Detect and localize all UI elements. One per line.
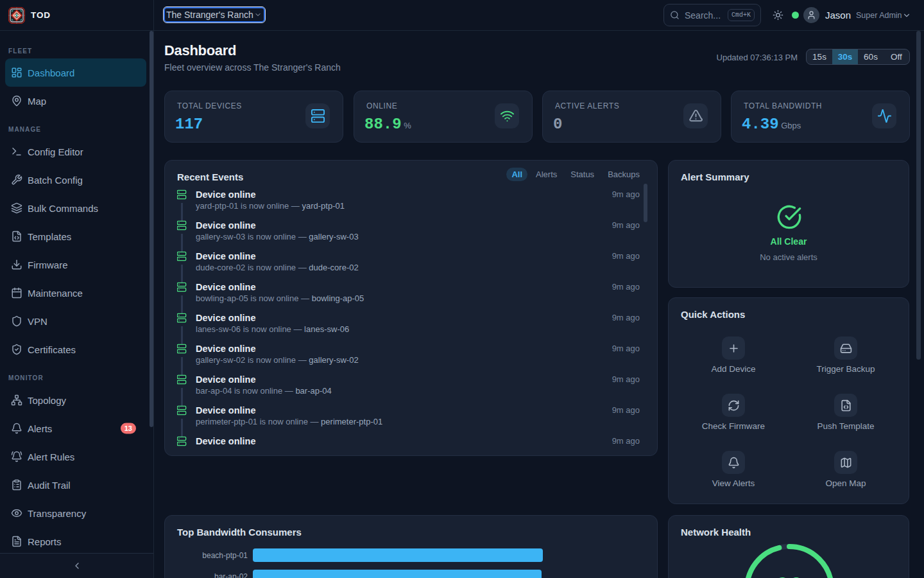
svg-text:96: 96 <box>776 574 803 578</box>
